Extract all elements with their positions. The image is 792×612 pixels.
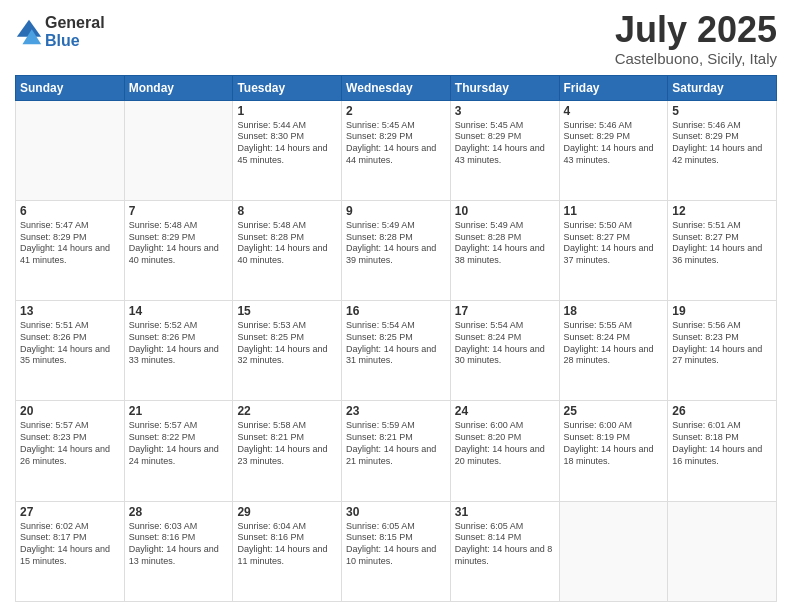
table-row: 29Sunrise: 6:04 AM Sunset: 8:16 PM Dayli… [233, 501, 342, 601]
week-row-3: 13Sunrise: 5:51 AM Sunset: 8:26 PM Dayli… [16, 301, 777, 401]
cell-details: Sunrise: 5:47 AM Sunset: 8:29 PM Dayligh… [20, 220, 120, 267]
cell-details: Sunrise: 5:56 AM Sunset: 8:23 PM Dayligh… [672, 320, 772, 367]
table-row: 5Sunrise: 5:46 AM Sunset: 8:29 PM Daylig… [668, 100, 777, 200]
header-tuesday: Tuesday [233, 75, 342, 100]
cell-details: Sunrise: 5:49 AM Sunset: 8:28 PM Dayligh… [455, 220, 555, 267]
day-number: 2 [346, 104, 446, 118]
table-row: 16Sunrise: 5:54 AM Sunset: 8:25 PM Dayli… [342, 301, 451, 401]
day-number: 24 [455, 404, 555, 418]
logo-icon [15, 18, 43, 46]
day-number: 10 [455, 204, 555, 218]
day-number: 28 [129, 505, 229, 519]
header-thursday: Thursday [450, 75, 559, 100]
table-row [124, 100, 233, 200]
table-row: 19Sunrise: 5:56 AM Sunset: 8:23 PM Dayli… [668, 301, 777, 401]
day-number: 12 [672, 204, 772, 218]
day-number: 20 [20, 404, 120, 418]
day-number: 18 [564, 304, 664, 318]
cell-details: Sunrise: 5:51 AM Sunset: 8:26 PM Dayligh… [20, 320, 120, 367]
table-row: 18Sunrise: 5:55 AM Sunset: 8:24 PM Dayli… [559, 301, 668, 401]
logo-text: General Blue [45, 14, 105, 49]
header: General Blue July 2025 Castelbuono, Sici… [15, 10, 777, 67]
table-row: 14Sunrise: 5:52 AM Sunset: 8:26 PM Dayli… [124, 301, 233, 401]
table-row: 26Sunrise: 6:01 AM Sunset: 8:18 PM Dayli… [668, 401, 777, 501]
table-row: 6Sunrise: 5:47 AM Sunset: 8:29 PM Daylig… [16, 200, 125, 300]
cell-details: Sunrise: 5:59 AM Sunset: 8:21 PM Dayligh… [346, 420, 446, 467]
day-number: 26 [672, 404, 772, 418]
header-wednesday: Wednesday [342, 75, 451, 100]
table-row: 28Sunrise: 6:03 AM Sunset: 8:16 PM Dayli… [124, 501, 233, 601]
day-number: 15 [237, 304, 337, 318]
cell-details: Sunrise: 5:45 AM Sunset: 8:29 PM Dayligh… [346, 120, 446, 167]
day-number: 17 [455, 304, 555, 318]
cell-details: Sunrise: 5:48 AM Sunset: 8:28 PM Dayligh… [237, 220, 337, 267]
cell-details: Sunrise: 5:54 AM Sunset: 8:24 PM Dayligh… [455, 320, 555, 367]
table-row: 25Sunrise: 6:00 AM Sunset: 8:19 PM Dayli… [559, 401, 668, 501]
table-row: 24Sunrise: 6:00 AM Sunset: 8:20 PM Dayli… [450, 401, 559, 501]
cell-details: Sunrise: 6:04 AM Sunset: 8:16 PM Dayligh… [237, 521, 337, 568]
day-number: 29 [237, 505, 337, 519]
table-row: 13Sunrise: 5:51 AM Sunset: 8:26 PM Dayli… [16, 301, 125, 401]
header-saturday: Saturday [668, 75, 777, 100]
day-number: 30 [346, 505, 446, 519]
location: Castelbuono, Sicily, Italy [615, 50, 777, 67]
week-row-1: 1Sunrise: 5:44 AM Sunset: 8:30 PM Daylig… [16, 100, 777, 200]
table-row: 23Sunrise: 5:59 AM Sunset: 8:21 PM Dayli… [342, 401, 451, 501]
day-number: 4 [564, 104, 664, 118]
day-number: 6 [20, 204, 120, 218]
cell-details: Sunrise: 6:01 AM Sunset: 8:18 PM Dayligh… [672, 420, 772, 467]
table-row: 8Sunrise: 5:48 AM Sunset: 8:28 PM Daylig… [233, 200, 342, 300]
table-row: 2Sunrise: 5:45 AM Sunset: 8:29 PM Daylig… [342, 100, 451, 200]
table-row: 31Sunrise: 6:05 AM Sunset: 8:14 PM Dayli… [450, 501, 559, 601]
cell-details: Sunrise: 5:57 AM Sunset: 8:23 PM Dayligh… [20, 420, 120, 467]
day-number: 13 [20, 304, 120, 318]
day-number: 22 [237, 404, 337, 418]
cell-details: Sunrise: 5:51 AM Sunset: 8:27 PM Dayligh… [672, 220, 772, 267]
cell-details: Sunrise: 5:58 AM Sunset: 8:21 PM Dayligh… [237, 420, 337, 467]
day-number: 5 [672, 104, 772, 118]
day-number: 23 [346, 404, 446, 418]
cell-details: Sunrise: 6:02 AM Sunset: 8:17 PM Dayligh… [20, 521, 120, 568]
table-row: 27Sunrise: 6:02 AM Sunset: 8:17 PM Dayli… [16, 501, 125, 601]
week-row-2: 6Sunrise: 5:47 AM Sunset: 8:29 PM Daylig… [16, 200, 777, 300]
cell-details: Sunrise: 6:05 AM Sunset: 8:14 PM Dayligh… [455, 521, 555, 568]
title-area: July 2025 Castelbuono, Sicily, Italy [615, 10, 777, 67]
day-number: 7 [129, 204, 229, 218]
day-number: 9 [346, 204, 446, 218]
calendar-table: Sunday Monday Tuesday Wednesday Thursday… [15, 75, 777, 602]
table-row: 22Sunrise: 5:58 AM Sunset: 8:21 PM Dayli… [233, 401, 342, 501]
table-row: 9Sunrise: 5:49 AM Sunset: 8:28 PM Daylig… [342, 200, 451, 300]
logo-blue-text: Blue [45, 32, 105, 50]
cell-details: Sunrise: 5:55 AM Sunset: 8:24 PM Dayligh… [564, 320, 664, 367]
table-row: 12Sunrise: 5:51 AM Sunset: 8:27 PM Dayli… [668, 200, 777, 300]
cell-details: Sunrise: 5:52 AM Sunset: 8:26 PM Dayligh… [129, 320, 229, 367]
cell-details: Sunrise: 5:53 AM Sunset: 8:25 PM Dayligh… [237, 320, 337, 367]
day-number: 27 [20, 505, 120, 519]
cell-details: Sunrise: 5:44 AM Sunset: 8:30 PM Dayligh… [237, 120, 337, 167]
day-number: 1 [237, 104, 337, 118]
calendar-header-row: Sunday Monday Tuesday Wednesday Thursday… [16, 75, 777, 100]
week-row-5: 27Sunrise: 6:02 AM Sunset: 8:17 PM Dayli… [16, 501, 777, 601]
cell-details: Sunrise: 6:00 AM Sunset: 8:20 PM Dayligh… [455, 420, 555, 467]
logo: General Blue [15, 14, 105, 49]
table-row: 30Sunrise: 6:05 AM Sunset: 8:15 PM Dayli… [342, 501, 451, 601]
header-friday: Friday [559, 75, 668, 100]
week-row-4: 20Sunrise: 5:57 AM Sunset: 8:23 PM Dayli… [16, 401, 777, 501]
table-row [668, 501, 777, 601]
day-number: 8 [237, 204, 337, 218]
day-number: 16 [346, 304, 446, 318]
table-row: 11Sunrise: 5:50 AM Sunset: 8:27 PM Dayli… [559, 200, 668, 300]
page: General Blue July 2025 Castelbuono, Sici… [0, 0, 792, 612]
day-number: 25 [564, 404, 664, 418]
table-row: 21Sunrise: 5:57 AM Sunset: 8:22 PM Dayli… [124, 401, 233, 501]
header-sunday: Sunday [16, 75, 125, 100]
cell-details: Sunrise: 5:50 AM Sunset: 8:27 PM Dayligh… [564, 220, 664, 267]
table-row: 15Sunrise: 5:53 AM Sunset: 8:25 PM Dayli… [233, 301, 342, 401]
month-title: July 2025 [615, 10, 777, 50]
table-row: 7Sunrise: 5:48 AM Sunset: 8:29 PM Daylig… [124, 200, 233, 300]
cell-details: Sunrise: 5:45 AM Sunset: 8:29 PM Dayligh… [455, 120, 555, 167]
table-row: 20Sunrise: 5:57 AM Sunset: 8:23 PM Dayli… [16, 401, 125, 501]
logo-general-text: General [45, 14, 105, 32]
table-row: 3Sunrise: 5:45 AM Sunset: 8:29 PM Daylig… [450, 100, 559, 200]
cell-details: Sunrise: 5:57 AM Sunset: 8:22 PM Dayligh… [129, 420, 229, 467]
